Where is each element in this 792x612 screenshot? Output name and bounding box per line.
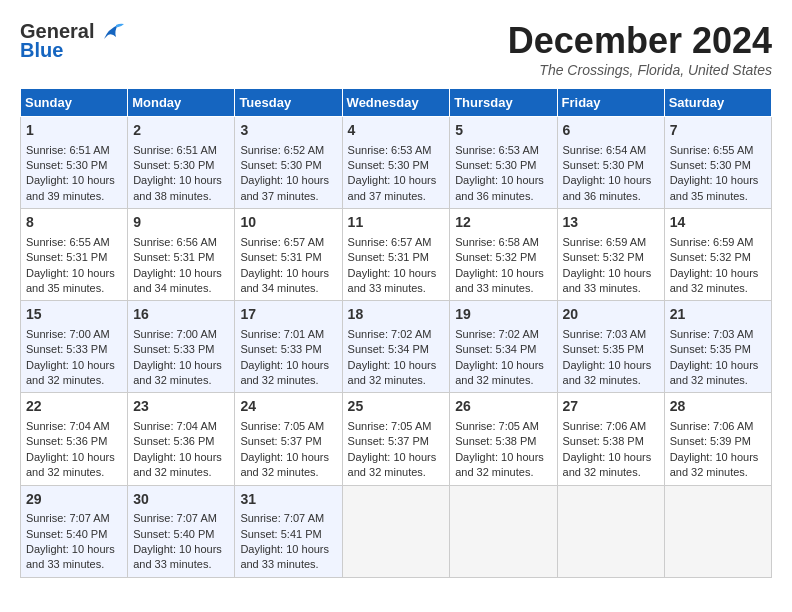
title-area: December 2024 The Crossings, Florida, Un… — [508, 20, 772, 78]
table-row: 22 Sunrise: 7:04 AM Sunset: 5:36 PM Dayl… — [21, 393, 128, 485]
sunset-label: Sunset: 5:31 PM — [348, 251, 429, 263]
calendar-week-2: 8 Sunrise: 6:55 AM Sunset: 5:31 PM Dayli… — [21, 209, 772, 301]
table-row: 5 Sunrise: 6:53 AM Sunset: 5:30 PM Dayli… — [450, 117, 557, 209]
daylight-label: Daylight: 10 hours and 34 minutes. — [133, 267, 222, 294]
table-row: 7 Sunrise: 6:55 AM Sunset: 5:30 PM Dayli… — [664, 117, 771, 209]
table-row: 28 Sunrise: 7:06 AM Sunset: 5:39 PM Dayl… — [664, 393, 771, 485]
daylight-label: Daylight: 10 hours and 32 minutes. — [563, 359, 652, 386]
sunrise-label: Sunrise: 7:06 AM — [563, 420, 647, 432]
table-row: 14 Sunrise: 6:59 AM Sunset: 5:32 PM Dayl… — [664, 209, 771, 301]
daylight-label: Daylight: 10 hours and 33 minutes. — [26, 543, 115, 570]
header-monday: Monday — [128, 89, 235, 117]
sunrise-label: Sunrise: 7:07 AM — [133, 512, 217, 524]
sunset-label: Sunset: 5:33 PM — [26, 343, 107, 355]
sunset-label: Sunset: 5:31 PM — [133, 251, 214, 263]
sunset-label: Sunset: 5:34 PM — [455, 343, 536, 355]
day-number: 19 — [455, 305, 551, 325]
table-row: 13 Sunrise: 6:59 AM Sunset: 5:32 PM Dayl… — [557, 209, 664, 301]
sunset-label: Sunset: 5:37 PM — [348, 435, 429, 447]
table-row: 10 Sunrise: 6:57 AM Sunset: 5:31 PM Dayl… — [235, 209, 342, 301]
sunset-label: Sunset: 5:32 PM — [563, 251, 644, 263]
table-row: 21 Sunrise: 7:03 AM Sunset: 5:35 PM Dayl… — [664, 301, 771, 393]
sunset-label: Sunset: 5:36 PM — [26, 435, 107, 447]
header-friday: Friday — [557, 89, 664, 117]
sunrise-label: Sunrise: 6:56 AM — [133, 236, 217, 248]
day-number: 7 — [670, 121, 766, 141]
daylight-label: Daylight: 10 hours and 33 minutes. — [348, 267, 437, 294]
day-number: 21 — [670, 305, 766, 325]
table-row: 23 Sunrise: 7:04 AM Sunset: 5:36 PM Dayl… — [128, 393, 235, 485]
day-number: 16 — [133, 305, 229, 325]
calendar-table: Sunday Monday Tuesday Wednesday Thursday… — [20, 88, 772, 578]
table-row: 15 Sunrise: 7:00 AM Sunset: 5:33 PM Dayl… — [21, 301, 128, 393]
table-row — [450, 485, 557, 577]
daylight-label: Daylight: 10 hours and 34 minutes. — [240, 267, 329, 294]
sunset-label: Sunset: 5:30 PM — [240, 159, 321, 171]
sunrise-label: Sunrise: 6:55 AM — [26, 236, 110, 248]
table-row: 26 Sunrise: 7:05 AM Sunset: 5:38 PM Dayl… — [450, 393, 557, 485]
daylight-label: Daylight: 10 hours and 32 minutes. — [26, 451, 115, 478]
sunset-label: Sunset: 5:31 PM — [26, 251, 107, 263]
sunrise-label: Sunrise: 7:00 AM — [26, 328, 110, 340]
sunrise-label: Sunrise: 6:53 AM — [348, 144, 432, 156]
day-number: 5 — [455, 121, 551, 141]
daylight-label: Daylight: 10 hours and 32 minutes. — [348, 359, 437, 386]
logo: General Blue — [20, 20, 126, 62]
sunset-label: Sunset: 5:38 PM — [455, 435, 536, 447]
day-number: 3 — [240, 121, 336, 141]
calendar-week-5: 29 Sunrise: 7:07 AM Sunset: 5:40 PM Dayl… — [21, 485, 772, 577]
table-row: 9 Sunrise: 6:56 AM Sunset: 5:31 PM Dayli… — [128, 209, 235, 301]
sunset-label: Sunset: 5:35 PM — [563, 343, 644, 355]
daylight-label: Daylight: 10 hours and 32 minutes. — [133, 451, 222, 478]
day-number: 27 — [563, 397, 659, 417]
day-number: 25 — [348, 397, 445, 417]
day-number: 20 — [563, 305, 659, 325]
sunrise-label: Sunrise: 7:04 AM — [133, 420, 217, 432]
table-row — [664, 485, 771, 577]
sunrise-label: Sunrise: 6:57 AM — [348, 236, 432, 248]
daylight-label: Daylight: 10 hours and 33 minutes. — [455, 267, 544, 294]
table-row: 29 Sunrise: 7:07 AM Sunset: 5:40 PM Dayl… — [21, 485, 128, 577]
daylight-label: Daylight: 10 hours and 33 minutes. — [563, 267, 652, 294]
table-row: 25 Sunrise: 7:05 AM Sunset: 5:37 PM Dayl… — [342, 393, 450, 485]
sunset-label: Sunset: 5:36 PM — [133, 435, 214, 447]
table-row — [557, 485, 664, 577]
sunrise-label: Sunrise: 6:53 AM — [455, 144, 539, 156]
daylight-label: Daylight: 10 hours and 32 minutes. — [26, 359, 115, 386]
daylight-label: Daylight: 10 hours and 32 minutes. — [455, 451, 544, 478]
sunset-label: Sunset: 5:40 PM — [133, 528, 214, 540]
day-number: 13 — [563, 213, 659, 233]
logo-blue: Blue — [20, 39, 63, 62]
sunrise-label: Sunrise: 7:07 AM — [26, 512, 110, 524]
table-row: 6 Sunrise: 6:54 AM Sunset: 5:30 PM Dayli… — [557, 117, 664, 209]
sunrise-label: Sunrise: 6:59 AM — [563, 236, 647, 248]
daylight-label: Daylight: 10 hours and 32 minutes. — [563, 451, 652, 478]
sunset-label: Sunset: 5:34 PM — [348, 343, 429, 355]
table-row: 24 Sunrise: 7:05 AM Sunset: 5:37 PM Dayl… — [235, 393, 342, 485]
sunset-label: Sunset: 5:30 PM — [348, 159, 429, 171]
daylight-label: Daylight: 10 hours and 32 minutes. — [240, 451, 329, 478]
daylight-label: Daylight: 10 hours and 32 minutes. — [240, 359, 329, 386]
day-number: 8 — [26, 213, 122, 233]
sunrise-label: Sunrise: 7:04 AM — [26, 420, 110, 432]
daylight-label: Daylight: 10 hours and 32 minutes. — [455, 359, 544, 386]
sunrise-label: Sunrise: 7:05 AM — [240, 420, 324, 432]
day-number: 9 — [133, 213, 229, 233]
sunset-label: Sunset: 5:37 PM — [240, 435, 321, 447]
sunrise-label: Sunrise: 7:03 AM — [563, 328, 647, 340]
header-sunday: Sunday — [21, 89, 128, 117]
day-number: 11 — [348, 213, 445, 233]
day-number: 15 — [26, 305, 122, 325]
sunset-label: Sunset: 5:30 PM — [455, 159, 536, 171]
logo-bird-icon — [98, 21, 126, 43]
table-row: 27 Sunrise: 7:06 AM Sunset: 5:38 PM Dayl… — [557, 393, 664, 485]
table-row: 11 Sunrise: 6:57 AM Sunset: 5:31 PM Dayl… — [342, 209, 450, 301]
day-number: 29 — [26, 490, 122, 510]
sunrise-label: Sunrise: 7:01 AM — [240, 328, 324, 340]
daylight-label: Daylight: 10 hours and 35 minutes. — [26, 267, 115, 294]
day-number: 24 — [240, 397, 336, 417]
daylight-label: Daylight: 10 hours and 36 minutes. — [563, 174, 652, 201]
sunset-label: Sunset: 5:30 PM — [26, 159, 107, 171]
sunset-label: Sunset: 5:33 PM — [133, 343, 214, 355]
table-row: 8 Sunrise: 6:55 AM Sunset: 5:31 PM Dayli… — [21, 209, 128, 301]
